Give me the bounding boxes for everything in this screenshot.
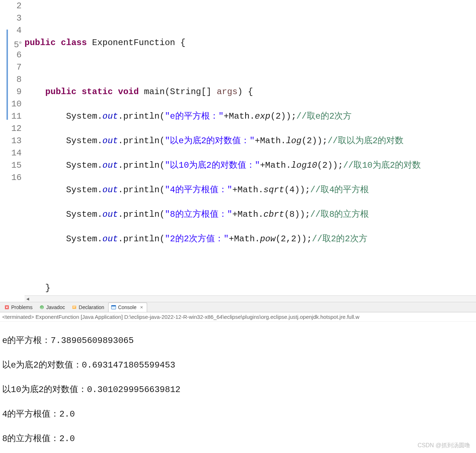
- code-line[interactable]: System.out.println("2的2次方值："+Math.pow(2,…: [25, 233, 476, 245]
- tab-label: Declaration: [79, 304, 104, 310]
- console-icon: [111, 304, 116, 310]
- svg-text:@: @: [40, 306, 44, 309]
- svg-rect-7: [111, 305, 116, 307]
- marker-bar: [0, 0, 8, 302]
- code-area[interactable]: public class ExponentFunction { public s…: [25, 0, 476, 302]
- scroll-left-icon[interactable]: ◀: [25, 296, 31, 302]
- line-number: 2: [8, 0, 22, 12]
- console-line: 4的平方根值：2.0: [2, 408, 474, 421]
- code-line[interactable]: System.out.println("以10为底2的对数值："+Math.lo…: [25, 159, 476, 172]
- code-line[interactable]: }: [25, 282, 476, 294]
- close-icon[interactable]: ×: [140, 304, 143, 310]
- code-line[interactable]: public class ExponentFunction {: [25, 37, 476, 49]
- change-marker: [6, 30, 8, 120]
- code-line[interactable]: [25, 258, 476, 270]
- line-number: 6: [8, 49, 22, 61]
- problems-icon: [4, 304, 10, 310]
- watermark-text: CSDN @抓到汤圆噜: [418, 442, 470, 449]
- console-line: 8的立方根值：2.0: [2, 433, 474, 445]
- javadoc-icon: @: [39, 304, 45, 310]
- line-number: 12: [8, 123, 22, 135]
- horizontal-scrollbar[interactable]: ◀: [25, 295, 476, 302]
- line-number: 13: [8, 135, 22, 147]
- line-number: 15: [8, 159, 22, 172]
- panel-tabbar: Problems @ Javadoc Declaration Console ×: [0, 302, 476, 312]
- tab-label: Problems: [11, 304, 32, 310]
- line-number: 14: [8, 147, 22, 159]
- line-number: 8: [8, 74, 22, 86]
- tab-console[interactable]: Console ×: [108, 303, 147, 312]
- console-output[interactable]: e的平方根：7.38905609893065 以e为底2的对数值：0.69314…: [0, 322, 476, 453]
- code-line[interactable]: public static void main(String[] args) {: [25, 86, 476, 98]
- tab-label: Javadoc: [46, 304, 65, 310]
- tab-problems[interactable]: Problems: [1, 303, 36, 312]
- console-process-label: <terminated> ExponentFunction [Java Appl…: [0, 312, 476, 322]
- line-number: 7: [8, 61, 22, 74]
- console-line: 以e为底2的对数值：0.6931471805599453: [2, 359, 474, 371]
- declaration-icon: [71, 304, 77, 310]
- line-number: 3: [8, 12, 22, 25]
- line-number: 16: [8, 172, 22, 184]
- line-number-gutter: 2 3 4 5⊜ 6 7 8 9 10 11 12 13 14 15 16: [8, 0, 25, 302]
- line-number: 9: [8, 86, 22, 98]
- line-number: 11: [8, 110, 22, 123]
- code-line[interactable]: System.out.println("以e为底2的对数值："+Math.log…: [25, 135, 476, 147]
- tab-declaration[interactable]: Declaration: [69, 303, 108, 312]
- line-number: 5⊜: [8, 37, 22, 49]
- code-line[interactable]: System.out.println("e的平方根："+Math.exp(2))…: [25, 110, 476, 123]
- line-number: 4: [8, 25, 22, 37]
- line-number: 10: [8, 98, 22, 110]
- code-line[interactable]: [25, 61, 476, 74]
- console-line: 以10为底2的对数值：0.3010299956639812: [2, 384, 474, 396]
- svg-rect-5: [73, 307, 75, 308]
- svg-rect-4: [73, 306, 76, 307]
- code-editor: 2 3 4 5⊜ 6 7 8 9 10 11 12 13 14 15 16 pu…: [0, 0, 476, 302]
- console-line: e的平方根：7.38905609893065: [2, 335, 474, 347]
- tab-label: Console: [118, 304, 136, 310]
- code-line[interactable]: System.out.println("4的平方根值："+Math.sqrt(4…: [25, 184, 476, 196]
- code-line[interactable]: [25, 12, 476, 25]
- tab-javadoc[interactable]: @ Javadoc: [36, 303, 69, 312]
- code-line[interactable]: System.out.println("8的立方根值："+Math.cbrt(8…: [25, 208, 476, 221]
